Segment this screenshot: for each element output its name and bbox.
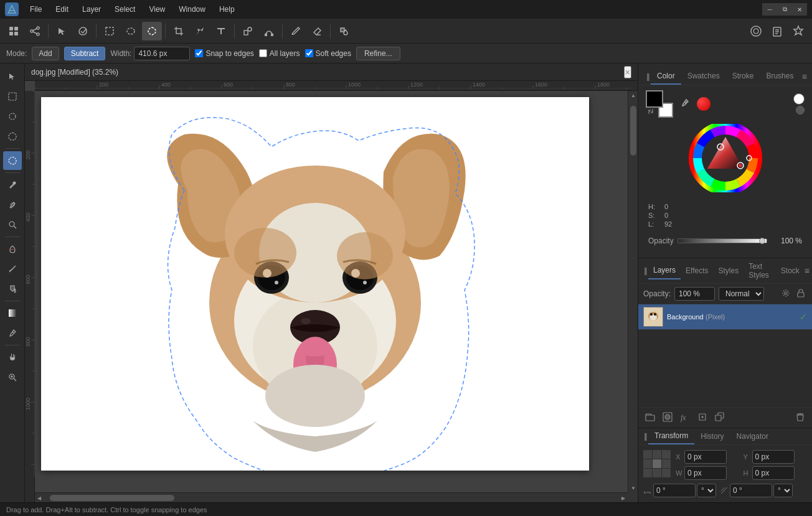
node-btn[interactable]: [259, 22, 279, 40]
anchor-bl[interactable]: [643, 469, 652, 477]
new-layer-btn[interactable]: [696, 411, 709, 425]
menu-edit[interactable]: Edit: [49, 2, 75, 16]
restore-button[interactable]: ⧉: [777, 3, 792, 16]
erase-btn[interactable]: [307, 22, 327, 40]
grid-icon-btn[interactable]: [4, 22, 24, 40]
close-tab-btn[interactable]: ×: [624, 66, 631, 78]
burn-dodge-btn[interactable]: [3, 240, 22, 258]
paint-selection-btn[interactable]: [3, 151, 22, 170]
x-input[interactable]: [684, 450, 727, 464]
tab-color[interactable]: Color: [651, 68, 681, 85]
snap-edges-check[interactable]: Snap to edges: [195, 49, 253, 58]
opacity-handle[interactable]: [759, 238, 765, 244]
type-btn[interactable]: [211, 22, 231, 40]
layer-mask-btn[interactable]: [661, 411, 674, 425]
red-color-indicator[interactable]: [697, 97, 710, 111]
h-input[interactable]: [752, 466, 795, 480]
eyedropper-tool-btn[interactable]: [3, 324, 22, 342]
move-tool-btn[interactable]: [52, 22, 72, 40]
transform-anchor-grid[interactable]: [643, 450, 671, 477]
layer-visibility-check[interactable]: ✓: [800, 312, 807, 322]
anchor-bc[interactable]: [653, 469, 661, 477]
select-tool-btn[interactable]: [3, 67, 22, 86]
subtract-mode-btn[interactable]: Subtract: [64, 47, 106, 60]
scroll-up-btn[interactable]: ▲: [628, 91, 638, 100]
angle1-input[interactable]: [653, 484, 696, 497]
w-input[interactable]: [684, 466, 727, 480]
ellipse-marquee-btn[interactable]: [3, 107, 22, 126]
lasso-select-btn[interactable]: [142, 22, 162, 40]
eyedropper-color-btn[interactable]: [678, 97, 692, 111]
menu-view[interactable]: View: [143, 2, 171, 16]
width-input[interactable]: [134, 47, 190, 60]
menu-file[interactable]: File: [24, 2, 48, 16]
color-picker-btn[interactable]: [746, 22, 766, 40]
brush-btn[interactable]: [286, 22, 306, 40]
tab-swatches[interactable]: Swatches: [681, 68, 726, 85]
flood-fill-btn[interactable]: [3, 279, 22, 298]
grey-circle[interactable]: [796, 106, 805, 115]
tab-stock[interactable]: Stock: [776, 263, 805, 279]
paint-selection-btn[interactable]: [73, 22, 93, 40]
zoom-tool-btn[interactable]: [3, 368, 22, 387]
refine-btn[interactable]: Refine...: [356, 47, 400, 60]
tab-layers[interactable]: Layers: [648, 262, 681, 279]
anchor-mc[interactable]: [653, 459, 661, 468]
sharpen-btn[interactable]: [3, 215, 22, 234]
fill-btn[interactable]: [334, 22, 354, 40]
transform-panel-collapse[interactable]: ▐: [641, 433, 648, 440]
layers-panel-menu[interactable]: ≡: [805, 266, 810, 276]
tab-history[interactable]: History: [694, 429, 730, 444]
color-panel-collapse[interactable]: ▐: [643, 73, 651, 80]
duplicate-layer-btn[interactable]: [713, 411, 727, 425]
layer-background[interactable]: Background (Pixel) ✓: [638, 304, 812, 330]
blur-brush-btn[interactable]: [3, 195, 22, 214]
layers-panel-collapse[interactable]: ▐: [641, 258, 648, 283]
canvas-viewport[interactable]: ▲ ▼ ◀ ▶: [35, 91, 638, 502]
soft-edges-check[interactable]: Soft edges: [305, 49, 351, 58]
clone-brush-btn[interactable]: [3, 176, 22, 194]
anchor-ml[interactable]: [643, 459, 652, 468]
rect-marquee-btn[interactable]: [3, 87, 22, 106]
scroll-down-btn[interactable]: ▼: [628, 484, 638, 492]
anchor-tl[interactable]: [643, 450, 652, 459]
tab-brushes[interactable]: Brushes: [760, 68, 800, 85]
tab-navigator[interactable]: Navigator: [730, 429, 775, 444]
layers-opacity-input[interactable]: [674, 287, 715, 301]
lock-layer-btn[interactable]: [795, 288, 807, 300]
smudge-btn[interactable]: [3, 260, 22, 278]
gradient-fill-btn[interactable]: [3, 304, 22, 322]
scroll-left-btn[interactable]: ◀: [35, 493, 44, 502]
menu-help[interactable]: Help: [213, 2, 241, 16]
crop-btn[interactable]: [169, 22, 189, 40]
all-layers-check[interactable]: All layers: [259, 49, 300, 58]
history-btn[interactable]: [767, 22, 787, 40]
anchor-mr[interactable]: [662, 459, 671, 468]
scroll-right-btn[interactable]: ▶: [619, 493, 628, 502]
shapes-btn[interactable]: [238, 22, 258, 40]
vertical-scrollbar[interactable]: ▲ ▼: [628, 91, 638, 492]
angle1-unit-select[interactable]: °: [697, 484, 716, 497]
anchor-br[interactable]: [662, 469, 671, 477]
delete-layer-btn[interactable]: [793, 411, 807, 425]
foreground-color[interactable]: [646, 90, 663, 108]
settings-btn[interactable]: [788, 22, 808, 40]
share-icon-btn[interactable]: [25, 22, 45, 40]
angle2-input[interactable]: [730, 484, 772, 497]
anchor-tc[interactable]: [653, 450, 661, 459]
rect-select-btn[interactable]: [100, 22, 120, 40]
blend-mode-select[interactable]: Normal: [719, 287, 764, 301]
angle2-unit-select[interactable]: °: [773, 484, 793, 497]
freeform-lasso-btn[interactable]: [3, 127, 22, 146]
layer-fx-btn[interactable]: fx: [678, 411, 692, 425]
close-button[interactable]: ✕: [792, 3, 807, 16]
white-circle[interactable]: [793, 93, 805, 105]
swap-colors-btn[interactable]: [647, 108, 656, 116]
ellipse-select-btn[interactable]: [121, 22, 141, 40]
opacity-slider[interactable]: [677, 238, 767, 243]
pen-btn[interactable]: [190, 22, 210, 40]
scroll-thumb-h[interactable]: [50, 495, 174, 501]
hand-tool-btn[interactable]: [3, 348, 22, 367]
horizontal-scrollbar[interactable]: ◀ ▶: [35, 492, 628, 502]
tab-effects[interactable]: Effects: [681, 263, 713, 279]
